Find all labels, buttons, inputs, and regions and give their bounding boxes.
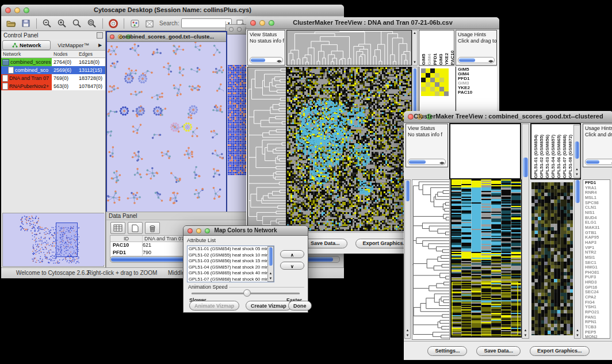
- tv1-column-dendrogram[interactable]: [286, 30, 412, 66]
- tv2-column-label[interactable]: GPL51-02 (GSM855): [539, 124, 544, 178]
- done-button[interactable]: Done: [288, 301, 312, 311]
- tv2-usage-scrollbar[interactable]: ◀: [585, 159, 612, 165]
- slider-thumb[interactable]: [243, 289, 251, 297]
- zoom-in-icon[interactable]: [56, 18, 68, 29]
- tv1-title: ClusterMaker TreeView : DNA and Tran 07-…: [246, 19, 499, 26]
- save-icon[interactable]: [20, 18, 32, 29]
- tv2-status-scrollbar[interactable]: ◀▶: [408, 159, 446, 165]
- network-row[interactable]: combined_sco 2569(6) 13112(15): [1, 66, 105, 74]
- tv1-column-label[interactable]: YKE2: [444, 30, 449, 65]
- tab-overflow-icon[interactable]: ▶: [96, 43, 104, 48]
- tv2-action-button[interactable]: Export Graphics...: [530, 346, 590, 356]
- search-input[interactable]: ▾: [181, 18, 232, 28]
- attribute-list-item[interactable]: GPL51-07 (GSM868) heat shock 60 min: [188, 277, 274, 283]
- tv1-column-label[interactable]: GIM4: [427, 30, 432, 65]
- tv1-heatmap-canvas[interactable]: [286, 67, 412, 231]
- tv1-row-label[interactable]: PAC10: [458, 90, 497, 95]
- attribute-list-item[interactable]: GPL51-01 (GSM854) heat shock 05 min: [188, 246, 274, 252]
- move-up-button[interactable]: ∧: [280, 250, 304, 258]
- move-down-button[interactable]: ∨: [280, 262, 304, 270]
- dialog-titlebar[interactable]: Map Colors to Network: [183, 226, 308, 236]
- animate-vizmap-button[interactable]: Animate Vizmap: [189, 301, 239, 311]
- birds-eye-canvas[interactable]: [3, 213, 105, 265]
- toolbar-separator: [36, 18, 37, 29]
- tv1-column-label[interactable]: PFD1: [433, 30, 438, 65]
- network-frame-combined[interactable]: combined_scores_good.txt--cluste...: [106, 31, 227, 214]
- tv2-row-dendrogram[interactable]: [412, 179, 450, 340]
- tv2-action-button[interactable]: Save Data...: [476, 346, 521, 356]
- annotation-icon[interactable]: [128, 18, 141, 29]
- tab-vizmapper[interactable]: VizMapper™: [52, 42, 95, 48]
- attribute-list[interactable]: GPL51-01 (GSM854) heat shock 05 minGPL51…: [187, 246, 274, 282]
- toolbar-separator: [102, 18, 103, 29]
- attribute-select-icon[interactable]: [110, 222, 125, 234]
- tv2-column-label[interactable]: GPL51-08 (GSM872): [568, 124, 573, 178]
- tv2-left-scrollbar[interactable]: ▲▼: [404, 179, 411, 339]
- new-attribute-icon[interactable]: [128, 222, 143, 234]
- attribute-list-scrollbar[interactable]: ▲▼: [267, 246, 274, 282]
- main-titlebar[interactable]: Cytoscape Desktop (Session Name: collins…: [1, 5, 344, 17]
- attribute-row-id: PAC10: [110, 242, 143, 250]
- network-row-icon: [8, 67, 14, 74]
- open-folder-icon[interactable]: [5, 18, 17, 29]
- tv2-action-button[interactable]: Settings...: [427, 346, 467, 356]
- tv2-column-label[interactable]: GPL51-04 (GSM857): [550, 124, 556, 178]
- tv2-row-labels: PFD1YRA1RNR4MSL1SPC98CLN1NIS1BUD4ELG1MAK…: [583, 179, 610, 339]
- network-row[interactable]: combined_scores 2764(0) 16218(0): [1, 58, 105, 66]
- attribute-list-item[interactable]: GPL51-06 (GSM865) heat shock 40 min: [188, 270, 274, 277]
- tv2-button-bar: Settings...Save Data...Export Graphics..…: [404, 341, 612, 360]
- tv1-column-label[interactable]: GIM5: [421, 30, 426, 65]
- tv1-status-scrollbar[interactable]: ◀▶: [250, 57, 283, 63]
- tv2-column-label[interactable]: GPL51-06 (GSM865): [556, 124, 561, 178]
- tv2-zoom-vscrollbar[interactable]: ▲▼: [574, 179, 581, 339]
- frame1-titlebar[interactable]: combined_scores_good.txt--cluste...: [107, 32, 226, 42]
- tv1-action-button[interactable]: Save Data...: [303, 239, 347, 248]
- tv2-titlebar[interactable]: ClusterMaker TreeView : combined_scores_…: [404, 111, 612, 123]
- tv1-column-label[interactable]: GIM3: [438, 30, 443, 65]
- tv2-col-labels-scrollbar[interactable]: ▲▼: [573, 125, 580, 178]
- tv1-row-dendrogram[interactable]: [247, 67, 286, 231]
- network-row-icon: [2, 83, 8, 90]
- tv1-col-scrollbar[interactable]: ▲▼: [412, 30, 418, 66]
- tv2-column-tree-area[interactable]: [449, 123, 521, 179]
- delete-attribute-icon[interactable]: [145, 222, 160, 234]
- zoom-selected-icon[interactable]: [71, 18, 83, 29]
- attribute-list-item[interactable]: GPL51-02 (GSM855) heat shock 10 min: [188, 252, 274, 259]
- animation-speed-slider[interactable]: [192, 293, 300, 294]
- float-panel-icon[interactable]: [97, 32, 103, 39]
- tv2-zoom-heatmap-canvas[interactable]: [531, 182, 573, 335]
- network-row[interactable]: DNA and Tran 07 769(0) 183728(0): [1, 74, 105, 82]
- tv1-correlation-matrix[interactable]: [421, 68, 450, 97]
- tv2-column-label[interactable]: GPL51-07 (GSM868): [562, 124, 567, 178]
- tv2-column-label[interactable]: GPL51-03 (GSM856): [545, 124, 550, 178]
- tv2-title: ClusterMaker TreeView : combined_scores_…: [404, 113, 612, 120]
- attribute-list-item[interactable]: GPL51-04 (GSM857) heat shock 20 min: [188, 265, 274, 271]
- network-name: combined_scores: [10, 59, 51, 65]
- birds-eye-viewport-rect[interactable]: [56, 223, 78, 257]
- control-panel-header: Control Panel: [1, 31, 105, 40]
- network-nodes-count: 769(0): [52, 75, 77, 81]
- network-view-canvas[interactable]: [107, 42, 224, 211]
- zoom-out-icon[interactable]: [41, 18, 53, 29]
- tv1-column-labels: GIM5GIM4PFD1GIM3YKE2PAC10: [419, 30, 454, 66]
- frame1-title: combined_scores_good.txt--cluste...: [107, 33, 226, 40]
- network-edges-count: 183728(0): [77, 75, 105, 81]
- create-vizmap-button[interactable]: Create Vizmap: [246, 301, 292, 311]
- tv2-heatmap-canvas[interactable]: [450, 179, 522, 338]
- network-nodes-count: 2569(6): [52, 67, 77, 73]
- tv2-heatmap-vscrollbar[interactable]: ▲▼: [522, 124, 529, 339]
- manager-icon[interactable]: [143, 18, 156, 29]
- birds-eye-view[interactable]: [2, 213, 104, 267]
- tv1-usage-scrollbar[interactable]: ◀▶: [458, 57, 495, 63]
- network-row[interactable]: RNAPuberNov2+ 563(0) 107847(0): [1, 82, 105, 90]
- tab-network[interactable]: Network: [2, 40, 51, 50]
- tv1-titlebar[interactable]: ClusterMaker TreeView : DNA and Tran 07-…: [246, 17, 499, 29]
- tv1-column-label[interactable]: PAC10: [450, 30, 454, 65]
- help-ring-icon[interactable]: [107, 18, 120, 29]
- tv2-column-label[interactable]: GPL51-01 (GSM854): [533, 124, 538, 178]
- attribute-list-item[interactable]: GPL51-03 (GSM856) heat shock 15 min: [188, 258, 274, 265]
- dense-network-canvas[interactable]: [228, 65, 248, 175]
- zoom-fit-icon[interactable]: [86, 18, 98, 29]
- tv2-row-label[interactable]: MON2: [585, 335, 610, 339]
- status-welcome: Welcome to Cytoscape 2.6.2: [16, 270, 90, 276]
